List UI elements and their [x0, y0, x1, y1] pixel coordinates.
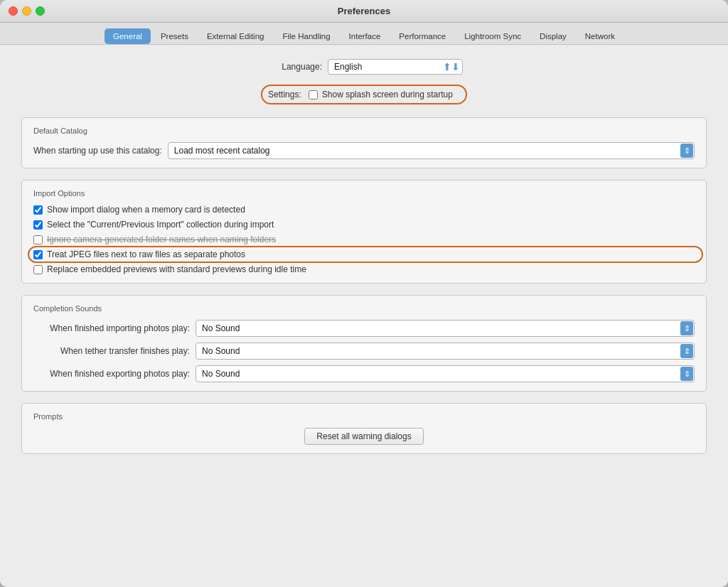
splash-screen-label: Show splash screen during startup	[322, 90, 453, 99]
catalog-label: When starting up use this catalog:	[33, 146, 162, 156]
catalog-row: When starting up use this catalog: Load …	[33, 142, 695, 159]
completion-sounds-title: Completion Sounds	[33, 304, 695, 313]
select-collection-checkbox[interactable]	[33, 220, 43, 230]
select-collection-label: Select the "Current/Previous Import" col…	[47, 220, 274, 230]
prompts-title: Prompts	[33, 412, 695, 421]
export-sound-select[interactable]: No Sound Glass Basso	[196, 365, 695, 382]
import-sound-label: When finished importing photos play:	[33, 323, 190, 333]
import-option-select-collection: Select the "Current/Previous Import" col…	[33, 220, 695, 230]
traffic-lights	[9, 6, 45, 16]
tabs-bar: General Presets External Editing File Ha…	[0, 23, 728, 45]
tab-lightroom-sync[interactable]: Lightroom Sync	[456, 28, 530, 44]
preferences-window: Preferences General Presets External Edi…	[0, 0, 728, 587]
tab-performance[interactable]: Performance	[390, 28, 454, 44]
settings-row: Settings: Show splash screen during star…	[21, 85, 707, 104]
import-option-treat-jpeg: Treat JPEG files next to raw files as se…	[33, 249, 695, 259]
tab-external-editing[interactable]: External Editing	[198, 28, 273, 44]
default-catalog-section: Default Catalog When starting up use thi…	[21, 117, 707, 168]
close-button[interactable]	[9, 6, 18, 16]
tab-network[interactable]: Network	[577, 28, 623, 44]
show-import-checkbox[interactable]	[33, 205, 43, 215]
reset-warnings-button[interactable]: Reset all warning dialogs	[304, 428, 423, 445]
title-bar: Preferences	[0, 0, 728, 23]
language-row: Language: English French German Spanish …	[21, 59, 707, 75]
tether-sound-label: When tether transfer finishes play:	[33, 346, 190, 356]
catalog-select[interactable]: Load most recent catalog Prompt me when …	[168, 142, 695, 159]
window-title: Preferences	[338, 6, 390, 16]
settings-label: Settings:	[268, 90, 301, 99]
language-select[interactable]: English French German Spanish Japanese	[328, 59, 463, 75]
catalog-select-wrapper: Load most recent catalog Prompt me when …	[168, 142, 695, 159]
show-import-label: Show import dialog when a memory card is…	[47, 205, 245, 215]
replace-previews-checkbox[interactable]	[33, 265, 43, 274]
import-option-ignore-camera: Ignore camera-generated folder names whe…	[33, 235, 695, 244]
export-sound-row: When finished exporting photos play: No …	[33, 365, 695, 382]
tether-sound-row: When tether transfer finishes play: No S…	[33, 343, 695, 360]
export-sound-label: When finished exporting photos play:	[33, 369, 190, 379]
import-options-section: Import Options Show import dialog when a…	[21, 180, 707, 284]
import-option-replace-previews: Replace embedded previews with standard …	[33, 264, 695, 274]
import-sound-row: When finished importing photos play: No …	[33, 320, 695, 337]
tether-sound-select[interactable]: No Sound Glass Basso	[196, 343, 695, 360]
export-sound-select-wrapper: No Sound Glass Basso ⇕	[196, 365, 695, 382]
ignore-camera-label: Ignore camera-generated folder names whe…	[47, 235, 276, 244]
import-option-show-import: Show import dialog when a memory card is…	[33, 205, 695, 215]
minimize-button[interactable]	[22, 6, 31, 16]
maximize-button[interactable]	[36, 6, 45, 16]
tab-file-handling[interactable]: File Handling	[274, 28, 338, 44]
language-label: Language:	[265, 62, 322, 72]
treat-jpeg-checkbox[interactable]	[33, 250, 43, 259]
ignore-camera-checkbox[interactable]	[33, 235, 43, 244]
main-content: Language: English French German Spanish …	[0, 45, 728, 587]
tab-display[interactable]: Display	[531, 28, 575, 44]
tether-sound-select-wrapper: No Sound Glass Basso ⇕	[196, 343, 695, 360]
settings-oval: Settings: Show splash screen during star…	[261, 85, 467, 104]
tab-general[interactable]: General	[105, 28, 151, 44]
import-sound-select-wrapper: No Sound Glass Basso ⇕	[196, 320, 695, 337]
replace-previews-label: Replace embedded previews with standard …	[47, 264, 306, 274]
treat-jpeg-label: Treat JPEG files next to raw files as se…	[47, 249, 245, 259]
tab-interface[interactable]: Interface	[341, 28, 390, 44]
import-sound-select[interactable]: No Sound Glass Basso	[196, 320, 695, 337]
splash-screen-checkbox[interactable]	[309, 90, 318, 99]
prompts-section: Prompts Reset all warning dialogs	[21, 403, 707, 454]
import-options-title: Import Options	[33, 189, 695, 198]
tab-presets[interactable]: Presets	[152, 28, 197, 44]
language-select-wrapper: English French German Spanish Japanese ⬆…	[328, 59, 463, 75]
default-catalog-title: Default Catalog	[33, 126, 695, 135]
completion-sounds-section: Completion Sounds When finished importin…	[21, 295, 707, 392]
